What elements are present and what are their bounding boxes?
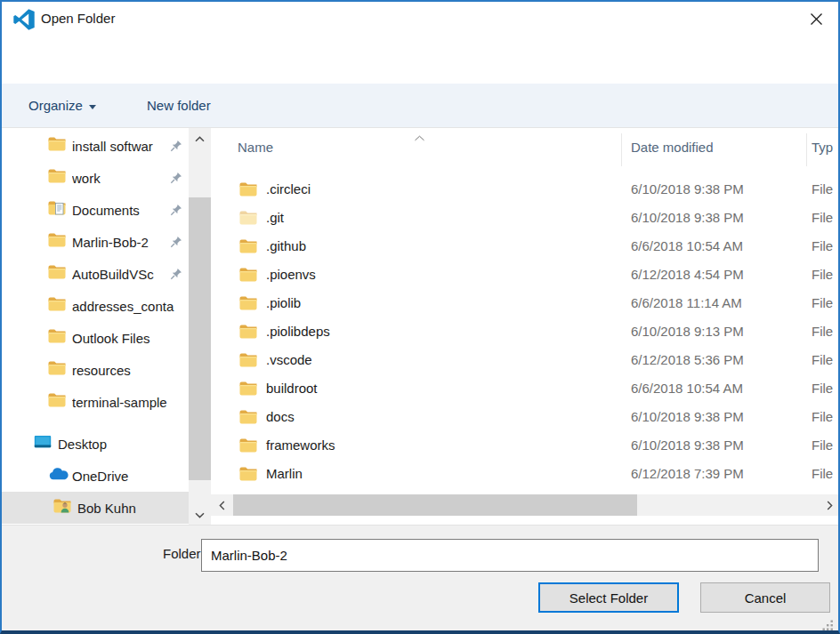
file-name: .vscode [266,352,312,367]
column-separator[interactable] [806,133,807,166]
file-row[interactable]: .circleci 6/10/2018 9:38 PM File [211,176,840,205]
file-name: .github [266,238,306,253]
folder-icon [239,438,257,453]
sidebar-item-icon [48,169,68,187]
file-name: .pioenvs [266,267,316,282]
sidebar-item-icon [53,499,73,517]
sidebar-item[interactable]: Outlook Files [0,322,189,354]
sidebar-item-icon [48,393,68,411]
dropdown-caret-icon [89,105,96,109]
scroll-right-button[interactable] [819,494,840,516]
cancel-button[interactable]: Cancel [700,582,830,613]
scroll-left-button[interactable] [211,494,232,516]
file-type: File [812,267,833,282]
column-header-date-modified[interactable]: Date modified [631,140,714,155]
user-folder-icon [53,499,71,517]
sidebar-item[interactable]: OneDrive [0,460,189,492]
sidebar-item[interactable]: addresses_conta [0,290,189,322]
desktop-icon [34,435,52,453]
new-folder-button[interactable]: New folder [147,98,211,113]
sidebar-item-icon [48,329,68,347]
file-row[interactable]: .git 6/10/2018 9:38 PM File [211,205,840,233]
folder-icon [48,265,66,283]
scroll-up-button[interactable] [189,128,211,148]
file-row[interactable]: .github 6/6/2018 10:54 AM File [211,233,840,261]
chevron-up-icon [195,130,205,146]
file-date-modified: 6/12/2018 7:39 PM [631,466,744,481]
file-date-modified: 6/10/2018 9:13 PM [631,324,744,339]
file-row[interactable]: docs 6/10/2018 9:38 PM File [211,404,840,432]
file-type: File [812,181,833,197]
file-row[interactable]: .piolibdeps 6/10/2018 9:13 PM File [211,318,840,347]
command-toolbar: Organize New folder ? [0,84,840,128]
vscode-icon [12,8,36,35]
sidebar-item-label: Desktop [58,437,189,452]
sidebar-item-label: Outlook Files [72,331,189,346]
sidebar-item[interactable]: terminal-sample [0,386,189,418]
file-row[interactable]: Marlin 6/12/2018 7:39 PM File [211,461,840,489]
file-type: File [812,381,833,396]
horizontal-scrollbar-thumb[interactable] [233,494,637,516]
file-row[interactable]: .vscode 6/12/2018 5:36 PM File [211,347,840,375]
sidebar-scrollbar-thumb[interactable] [189,197,211,480]
file-type: File [812,210,833,225]
folder-name-input[interactable] [201,539,819,572]
documents-icon [48,201,66,219]
file-type: File [812,466,833,481]
folder-icon [48,169,66,187]
folder-icon [239,410,257,424]
pin-icon [170,140,182,152]
sidebar-item[interactable]: Marlin-Bob-2 [0,226,189,258]
sidebar-item-icon [48,233,68,251]
sidebar-scrollbar[interactable] [189,128,211,525]
sidebar-item-icon [48,265,68,283]
select-folder-button[interactable]: Select Folder [538,582,679,613]
organize-button[interactable]: Organize [28,98,96,113]
file-row[interactable]: .pioenvs 6/12/2018 4:54 PM File [211,261,840,290]
file-type: File [812,324,833,339]
folder-icon [239,296,257,310]
sort-ascending-icon [414,129,425,145]
file-row[interactable]: buildroot 6/6/2018 10:54 AM File [211,375,840,404]
file-type: File [812,238,833,253]
new-folder-label: New folder [147,98,211,113]
sidebar-item[interactable]: Bob Kuhn [0,492,189,524]
folder-icon [48,329,66,347]
column-separator[interactable] [621,133,622,166]
folder-icon [48,137,66,155]
pin-icon [170,236,182,248]
resize-grip[interactable] [822,619,834,634]
horizontal-scrollbar[interactable] [211,494,840,516]
sidebar-item[interactable]: Desktop [0,428,189,460]
close-icon [810,12,823,29]
file-list: Name Date modified Typ .circleci 6/10/20… [211,128,840,525]
sidebar-item[interactable]: install softwar [0,130,189,162]
file-row[interactable]: frameworks 6/10/2018 9:38 PM File [211,432,840,461]
file-name: buildroot [266,381,318,396]
file-type: File [812,409,833,424]
sidebar-item[interactable]: Documents [0,194,189,226]
sidebar-item[interactable]: work [0,162,189,194]
pin-icon [170,172,182,184]
cancel-label: Cancel [745,590,787,606]
column-header-type[interactable]: Typ [812,140,833,155]
file-date-modified: 6/6/2018 11:14 AM [631,295,742,310]
sidebar-item-label: resources [72,363,189,378]
sidebar-item-icon [48,137,68,155]
window-title: Open Folder [41,11,115,26]
close-button[interactable] [801,7,831,34]
file-type: File [812,352,833,367]
sidebar-item-icon [48,201,68,219]
scroll-down-button[interactable] [189,505,211,525]
file-date-modified: 6/10/2018 9:38 PM [631,437,744,453]
pin-icon [170,204,182,216]
file-date-modified: 6/10/2018 9:38 PM [631,409,744,424]
onedrive-icon [48,468,69,485]
file-type: File [812,295,833,310]
sidebar-item[interactable]: AutoBuildVSc [0,258,189,290]
column-header-name[interactable]: Name [238,140,273,155]
file-row[interactable]: .piolib 6/6/2018 11:14 AM File [211,290,840,318]
file-name: .git [266,210,284,225]
file-name: .circleci [266,181,311,197]
sidebar-item[interactable]: resources [0,354,189,386]
